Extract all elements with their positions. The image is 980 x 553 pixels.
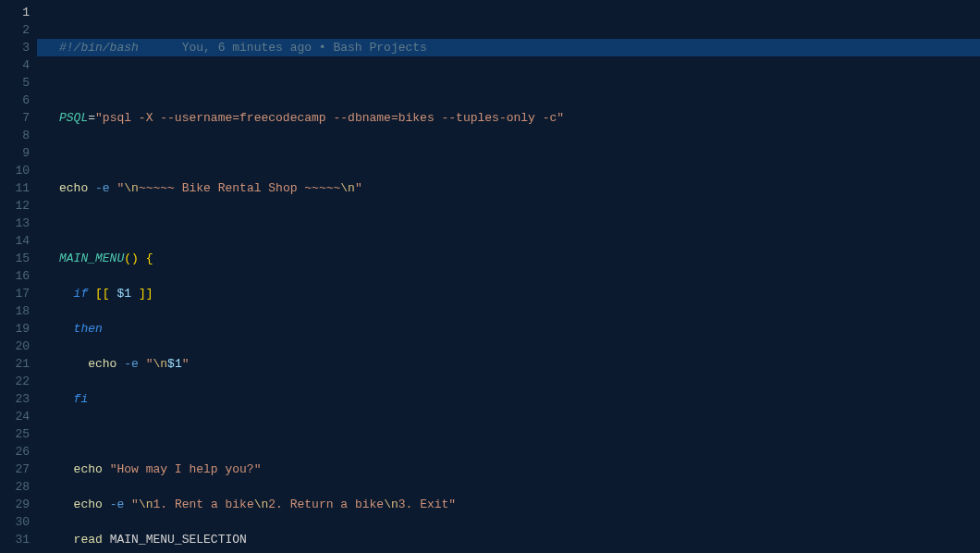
line-number: 7: [0, 109, 30, 127]
line-number: 24: [0, 408, 30, 425]
code-line[interactable]: echo -e "\n1. Rent a bike\n2. Return a b…: [48, 496, 980, 513]
line-number: 13: [0, 215, 30, 232]
line-number: 3: [0, 39, 30, 56]
line-number: 22: [0, 373, 30, 390]
codelens-annotation: You, 6 minutes ago • Bash Projects: [139, 41, 427, 55]
code-area[interactable]: #!/bin/bash You, 6 minutes ago • Bash Pr…: [48, 0, 980, 553]
code-line[interactable]: echo "How may I help you?": [48, 461, 980, 478]
line-number: 4: [0, 56, 30, 74]
code-line[interactable]: [48, 74, 980, 92]
function-def: MAIN_MENU: [59, 252, 124, 265]
line-number: 6: [0, 92, 30, 109]
code-editor[interactable]: 1234567891011121314151617181920212223242…: [0, 0, 980, 553]
code-line[interactable]: if [[ $1 ]]: [48, 285, 980, 302]
line-number: 18: [0, 302, 30, 320]
line-number: 2: [0, 21, 30, 39]
line-number: 31: [0, 531, 30, 548]
line-number: 30: [0, 513, 30, 531]
line-number: 20: [0, 338, 30, 355]
code-line[interactable]: [48, 215, 980, 232]
line-number: 27: [0, 461, 30, 478]
line-number: 23: [0, 390, 30, 408]
line-number: 12: [0, 197, 30, 215]
line-number: 21: [0, 355, 30, 373]
line-number: 8: [0, 127, 30, 144]
line-number: 17: [0, 285, 30, 302]
line-number: 19: [0, 320, 30, 338]
code-line[interactable]: then: [48, 320, 980, 338]
line-number: 29: [0, 496, 30, 513]
code-line[interactable]: echo -e "\n~~~~~ Bike Rental Shop ~~~~~\…: [48, 179, 980, 197]
shebang: #!/bin/bash: [59, 41, 139, 55]
code-line[interactable]: [48, 144, 980, 162]
code-line[interactable]: PSQL="psql -X --username=freecodecamp --…: [48, 109, 980, 127]
code-line[interactable]: read MAIN_MENU_SELECTION: [48, 531, 980, 548]
line-number-gutter: 1234567891011121314151617181920212223242…: [0, 0, 48, 553]
line-number: 10: [0, 162, 30, 179]
line-number: 26: [0, 443, 30, 461]
line-number: 14: [0, 232, 30, 250]
line-number: 25: [0, 425, 30, 443]
code-line[interactable]: MAIN_MENU() {: [48, 250, 980, 267]
line-number: 15: [0, 250, 30, 267]
code-line[interactable]: [48, 425, 980, 443]
code-line[interactable]: fi: [48, 390, 980, 408]
line-number: 28: [0, 478, 30, 496]
code-line[interactable]: #!/bin/bash You, 6 minutes ago • Bash Pr…: [37, 39, 980, 56]
line-number: 9: [0, 144, 30, 162]
line-number: 1: [0, 4, 30, 21]
line-number: 16: [0, 267, 30, 285]
line-number: 11: [0, 179, 30, 197]
code-line[interactable]: echo -e "\n$1": [48, 355, 980, 373]
line-number: 5: [0, 74, 30, 92]
